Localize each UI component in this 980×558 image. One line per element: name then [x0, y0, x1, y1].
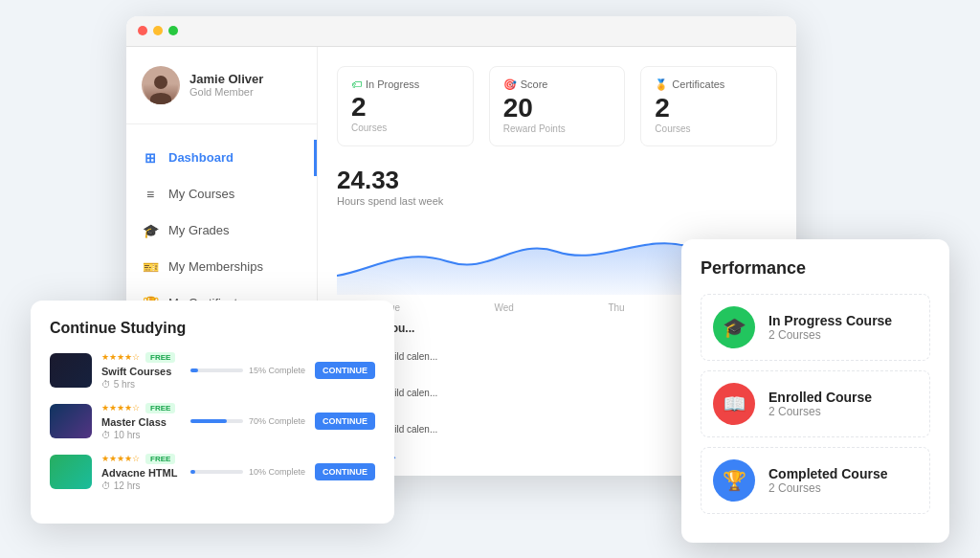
progress-bar-fill-2: [190, 419, 227, 423]
perf-label-completed: Completed Course: [768, 466, 887, 481]
course-badge-1: FREE: [145, 352, 175, 363]
perf-icon-enrolled: 📖: [713, 383, 755, 425]
course-header-3: ★★★★☆ FREE: [101, 454, 181, 464]
chart-day-thu: Thu: [608, 302, 624, 313]
stat-score-value: 20: [503, 95, 612, 122]
my-courses-label: My Courses: [168, 187, 234, 201]
course-duration-1: ⏱ 5 hrs: [101, 379, 181, 390]
window-titlebar: [126, 16, 796, 47]
stat-in-progress-value: 2: [351, 94, 459, 121]
stat-score-label: 🎯 Score: [503, 78, 612, 91]
memberships-icon: 🎫: [142, 258, 159, 276]
hours-value: 24.33: [337, 166, 777, 195]
perf-info-enrolled: Enrolled Course 2 Courses: [768, 390, 872, 418]
user-profile: Jamie Oliver Gold Member: [126, 66, 317, 124]
stat-certificates-label: 🏅 Certificates: [655, 78, 763, 91]
score-icon: 🎯: [503, 78, 517, 91]
progress-text-1: 15% Complete: [249, 366, 305, 375]
my-memberships-label: My Memberships: [168, 259, 263, 274]
chart-day-wed: Wed: [495, 302, 514, 313]
continue-btn-1[interactable]: CONTINUE: [315, 362, 375, 379]
continue-studying-window: Continue Studying ★★★★☆ FREE Swift Cours…: [31, 301, 394, 524]
user-info: Jamie Oliver Gold Member: [189, 72, 263, 98]
user-role: Gold Member: [189, 86, 263, 98]
stat-card-in-progress: 🏷 In Progress 2 Courses: [337, 66, 474, 146]
user-name: Jamie Oliver: [189, 72, 263, 86]
progress-bar-wrap-1: [190, 368, 243, 372]
progress-text-2: 70% Complete: [249, 416, 305, 426]
perf-icon-completed: 🏆: [713, 459, 755, 502]
performance-title: Performance: [701, 258, 930, 279]
course-header-2: ★★★★☆ FREE: [101, 403, 181, 413]
course-thumb-1: [50, 353, 92, 388]
stat-in-progress-sub: Courses: [351, 123, 459, 133]
perf-count-in-progress: 2 Courses: [768, 328, 892, 342]
certificates-stat-icon: 🏅: [655, 78, 668, 91]
stat-in-progress-label: 🏷 In Progress: [351, 78, 459, 90]
course-name-3: Advacne HTML: [101, 467, 181, 479]
course-duration-3: ⏱ 12 hrs: [101, 480, 181, 491]
perf-label-enrolled: Enrolled Course: [768, 390, 872, 405]
continue-studying-title: Continue Studying: [50, 320, 375, 337]
stat-certificates-sub: Courses: [655, 123, 763, 134]
sidebar-item-my-memberships[interactable]: 🎫 My Memberships: [126, 249, 317, 285]
perf-info-completed: Completed Course 2 Courses: [768, 466, 887, 495]
course-header-1: ★★★★☆ FREE: [101, 352, 181, 363]
course-info-1: ★★★★☆ FREE Swift Courses ⏱ 5 hrs: [101, 352, 181, 390]
hours-label: Hours spend last week: [337, 195, 777, 207]
course-thumb-3: [50, 455, 92, 489]
continue-course-item-1: ★★★★☆ FREE Swift Courses ⏱ 5 hrs 15% Com…: [50, 352, 375, 390]
continue-course-item-3: ★★★★☆ FREE Advacne HTML ⏱ 12 hrs 10% Com…: [50, 454, 375, 491]
avatar: [142, 66, 180, 104]
continue-course-item-2: ★★★★☆ FREE Master Class ⏱ 10 hrs 70% Com…: [50, 403, 375, 440]
course-stars-1: ★★★★☆: [101, 352, 140, 362]
sidebar-item-my-courses[interactable]: ≡ My Courses: [126, 176, 317, 212]
course-duration-2: ⏱ 10 hrs: [101, 430, 181, 440]
courses-icon: ≡: [142, 186, 159, 203]
perf-item-in-progress: 🎓 In Progress Course 2 Courses: [701, 294, 930, 361]
course-badge-2: FREE: [145, 403, 175, 413]
progress-bar-wrap-2: [190, 419, 243, 423]
hours-section: 24.33 Hours spend last week: [337, 166, 777, 207]
dashboard-icon: ⊞: [142, 149, 159, 167]
progress-bar-wrap-3: [190, 470, 243, 474]
continue-btn-3[interactable]: CONTINUE: [315, 463, 375, 480]
course-stars-3: ★★★★☆: [101, 454, 140, 463]
course-stars-2: ★★★★☆: [101, 403, 140, 413]
course-badge-3: FREE: [145, 454, 175, 464]
course-thumb-2: [50, 404, 92, 438]
perf-icon-in-progress: 🎓: [713, 306, 755, 348]
close-dot[interactable]: [138, 26, 147, 35]
progress-bar-fill-1: [190, 368, 198, 372]
perf-info-in-progress: In Progress Course 2 Courses: [768, 313, 892, 342]
performance-window: Performance 🎓 In Progress Course 2 Cours…: [681, 239, 949, 543]
perf-item-enrolled: 📖 Enrolled Course 2 Courses: [701, 370, 930, 437]
progress-section-2: 70% Complete: [190, 416, 305, 426]
course-name-1: Swift Courses: [101, 366, 181, 377]
dashboard-label: Dashboard: [168, 150, 234, 165]
continue-btn-2[interactable]: CONTINUE: [315, 413, 375, 430]
sidebar-item-my-grades[interactable]: 🎓 My Grades: [126, 212, 317, 249]
maximize-dot[interactable]: [168, 26, 178, 35]
perf-label-in-progress: In Progress Course: [768, 313, 892, 328]
perf-count-completed: 2 Courses: [768, 481, 887, 495]
minimize-dot[interactable]: [153, 26, 163, 35]
grades-icon: 🎓: [142, 222, 159, 239]
stat-certificates-value: 2: [655, 95, 763, 122]
progress-section-3: 10% Complete: [190, 467, 305, 477]
sidebar-item-dashboard[interactable]: ⊞ Dashboard: [126, 140, 317, 176]
perf-count-enrolled: 2 Courses: [768, 405, 872, 418]
progress-bar-fill-3: [190, 470, 195, 474]
progress-section-1: 15% Complete: [190, 366, 305, 375]
my-grades-label: My Grades: [168, 223, 230, 237]
perf-item-completed: 🏆 Completed Course 2 Courses: [701, 447, 930, 514]
course-name-2: Master Class: [101, 416, 181, 428]
course-info-3: ★★★★☆ FREE Advacne HTML ⏱ 12 hrs: [101, 454, 181, 491]
stats-row: 🏷 In Progress 2 Courses 🎯 Score 20 Rewar…: [337, 66, 777, 146]
stat-score-sub: Reward Points: [503, 123, 612, 134]
in-progress-icon: 🏷: [351, 78, 362, 90]
course-info-2: ★★★★☆ FREE Master Class ⏱ 10 hrs: [101, 403, 181, 440]
stat-card-certificates: 🏅 Certificates 2 Courses: [640, 66, 777, 146]
progress-text-3: 10% Complete: [249, 467, 305, 477]
stat-card-score: 🎯 Score 20 Reward Points: [489, 66, 626, 146]
